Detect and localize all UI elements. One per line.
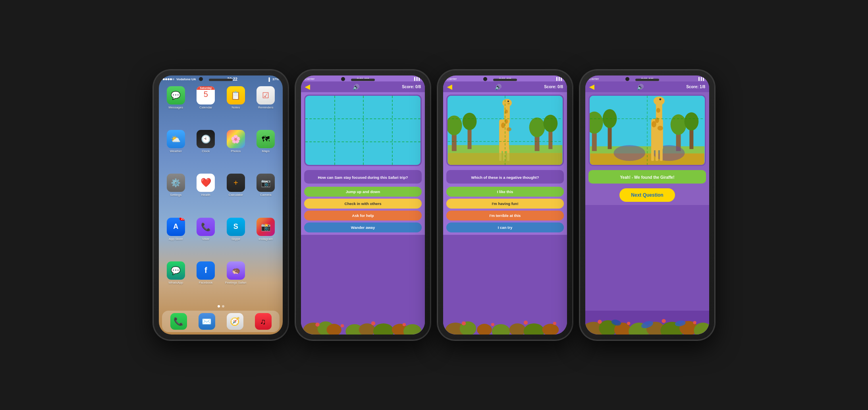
sound-icon-2[interactable]: 🔊 bbox=[353, 84, 359, 90]
cal-day: Saturday bbox=[197, 86, 215, 90]
dock-mail[interactable]: ✉️ bbox=[199, 313, 215, 330]
app-messages[interactable]: 💬 Messages bbox=[163, 86, 189, 126]
answer-3[interactable]: Ask for help bbox=[304, 211, 422, 220]
answer-4[interactable]: Wander away bbox=[304, 222, 422, 232]
svg-point-70 bbox=[656, 108, 660, 113]
settings-label: Settings bbox=[170, 193, 181, 197]
app-notes[interactable]: 📋 Notes bbox=[223, 86, 249, 126]
question-box-3: Which of these is a negative thought? bbox=[446, 170, 564, 184]
calendar-label: Calendar bbox=[199, 106, 212, 109]
bottom-deco-4 bbox=[585, 205, 709, 335]
answers-2: Jump up and down Check in with others As… bbox=[301, 185, 425, 235]
page-dot-2 bbox=[222, 305, 224, 308]
answer-3-4[interactable]: I can try bbox=[446, 222, 564, 232]
page-dot-1 bbox=[218, 305, 220, 308]
svg-point-22 bbox=[543, 115, 557, 132]
app-camera[interactable]: 📷 Camera bbox=[253, 174, 279, 213]
game-header-3: ◀ 🔊 Score: 0/8 bbox=[443, 81, 567, 92]
answer-3-3[interactable]: I'm terrible at this bbox=[446, 211, 564, 220]
answer-3-1[interactable]: I like this bbox=[446, 187, 564, 197]
app-calendar[interactable]: Saturday 5 Calendar bbox=[193, 86, 219, 126]
grid-v3 bbox=[392, 96, 393, 165]
back-arrow-4[interactable]: ◀ bbox=[589, 83, 594, 91]
calculator-icon: + bbox=[227, 174, 245, 192]
answer-2[interactable]: Check in with others bbox=[304, 199, 422, 209]
camera-3 bbox=[483, 77, 487, 81]
app-instagram[interactable]: 📸 Instagram bbox=[253, 218, 279, 257]
svg-point-43 bbox=[509, 323, 526, 335]
foliage-svg-3 bbox=[443, 315, 567, 335]
app-facebook[interactable]: f Facebook bbox=[193, 261, 219, 301]
phone-1: Vodafone UA 22:22 ▌ 37% 💬 Mess bbox=[153, 70, 288, 340]
app-weather[interactable]: ⛅ Weather bbox=[163, 130, 189, 170]
svg-point-9 bbox=[341, 324, 344, 327]
grid-h2 bbox=[305, 141, 420, 142]
skype-label: Skype bbox=[231, 237, 240, 241]
next-question-button[interactable]: Next Question bbox=[619, 188, 675, 202]
app-health[interactable]: ❤️ Health bbox=[193, 174, 219, 213]
svg-rect-73 bbox=[660, 148, 663, 161]
foliage-svg-4 bbox=[585, 311, 709, 335]
result-box-4: Yeah! - We found the Giraffe! bbox=[588, 170, 706, 184]
foliage-svg-2 bbox=[301, 315, 425, 335]
result-text-4: Yeah! - We found the Giraffe! bbox=[620, 175, 674, 180]
svg-point-26 bbox=[507, 103, 510, 104]
speaker-3 bbox=[493, 79, 517, 81]
svg-point-11 bbox=[403, 323, 406, 326]
battery-3: ▌▌▌ bbox=[556, 77, 563, 81]
game-image-2 bbox=[304, 95, 422, 166]
dock-music[interactable]: ♫ bbox=[255, 313, 272, 330]
photos-icon: 🌸 bbox=[227, 130, 245, 148]
game-screen-2: Carrier 8:01 AM ▌▌▌ ◀ 🔊 Score: 0/8 bbox=[301, 75, 425, 335]
game-header-2: ◀ 🔊 Score: 0/8 bbox=[301, 81, 425, 92]
whatsapp-label: WhatsApp bbox=[168, 281, 183, 284]
sound-icon-4[interactable]: 🔊 bbox=[637, 84, 644, 90]
answer-1[interactable]: Jump up and down bbox=[304, 187, 422, 197]
health-label: Health bbox=[201, 193, 210, 197]
dock-phone[interactable]: 📞 bbox=[170, 313, 187, 330]
app-whatsapp[interactable]: 💬 WhatsApp bbox=[163, 261, 189, 301]
game-screen-4: Carrier 8:01 AM ▌▌▌ ◀ 🔊 Score: 1/8 bbox=[585, 75, 709, 335]
app-skype[interactable]: S Skype bbox=[223, 218, 249, 257]
svg-point-5 bbox=[373, 323, 394, 335]
svg-point-29 bbox=[507, 128, 511, 132]
svg-point-10 bbox=[371, 321, 375, 325]
question-text-2: How can Sam stay focused during this Saf… bbox=[318, 175, 408, 180]
answer-3-2[interactable]: I'm having fun! bbox=[446, 199, 564, 209]
appstore-icon: A 25 bbox=[167, 218, 185, 236]
app-maps[interactable]: 🗺 Maps bbox=[253, 130, 279, 170]
app-settings[interactable]: ⚙️ Settings bbox=[163, 174, 189, 213]
messages-label: Messages bbox=[169, 106, 183, 109]
svg-point-27 bbox=[507, 101, 509, 102]
game-image-4 bbox=[588, 95, 706, 166]
app-clock[interactable]: 🕙 Clock bbox=[193, 130, 219, 170]
grid-overlay bbox=[305, 96, 420, 165]
svg-point-60 bbox=[684, 112, 698, 131]
back-arrow-3[interactable]: ◀ bbox=[447, 83, 452, 91]
dock-safari[interactable]: 🧭 bbox=[227, 313, 243, 330]
dock-phone-icon: 📞 bbox=[170, 313, 187, 330]
svg-point-42 bbox=[492, 324, 510, 335]
app-appstore[interactable]: A 25 App Store bbox=[163, 218, 189, 257]
weather-label: Weather bbox=[170, 149, 182, 153]
app-feelings[interactable]: 🦔 Feelings Safari bbox=[223, 261, 249, 301]
app-photos[interactable]: 🌸 Photos bbox=[223, 130, 249, 170]
ios-home-screen: Vodafone UA 22:22 ▌ 37% 💬 Mess bbox=[159, 75, 283, 335]
back-arrow-2[interactable]: ◀ bbox=[305, 83, 310, 91]
phone-4: Carrier 8:01 AM ▌▌▌ ◀ 🔊 Score: 1/8 bbox=[580, 70, 715, 340]
dock-mail-icon: ✉️ bbox=[199, 313, 215, 330]
app-viber[interactable]: 📞 Viber bbox=[193, 218, 219, 257]
messages-icon: 💬 bbox=[167, 86, 185, 104]
app-reminders[interactable]: ☑ Reminders bbox=[253, 86, 279, 126]
safari-scene-svg bbox=[448, 96, 563, 165]
viber-icon: 📞 bbox=[197, 218, 215, 236]
feelings-icon: 🦔 bbox=[227, 261, 245, 280]
sound-icon-3[interactable]: 🔊 bbox=[495, 84, 502, 90]
svg-point-41 bbox=[477, 324, 492, 335]
dot-4 bbox=[170, 78, 172, 80]
svg-point-25 bbox=[502, 99, 512, 107]
giraffe-found-svg bbox=[590, 96, 705, 165]
instagram-label: Instagram bbox=[258, 237, 273, 241]
app-calculator[interactable]: + Calculator bbox=[223, 174, 249, 213]
camera-2 bbox=[341, 77, 345, 81]
